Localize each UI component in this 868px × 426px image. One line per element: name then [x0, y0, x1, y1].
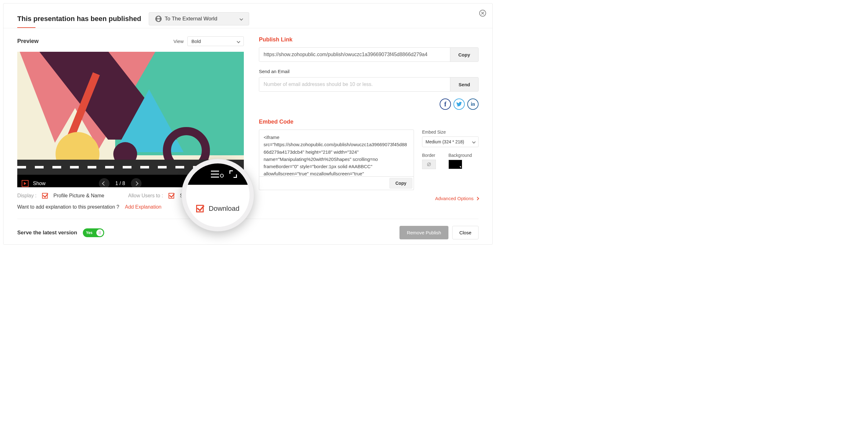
publish-modal: This presentation has been published To … [3, 3, 493, 245]
explanation-prompt: Want to add explanation to this presenta… [17, 204, 119, 210]
advanced-options-text: Advanced Options [435, 196, 473, 201]
globe-icon [155, 16, 162, 22]
serve-latest-label: Serve the latest version [17, 230, 77, 236]
copy-embed-button[interactable]: Copy [390, 178, 412, 189]
send-email-label: Send an Email [259, 69, 478, 74]
divider [3, 28, 492, 28]
chevron-right-icon [475, 197, 479, 200]
remove-publish-button[interactable]: Remove Publish [400, 226, 448, 239]
close-button[interactable]: Close [452, 226, 478, 239]
display-label: Display : [17, 193, 36, 199]
share-checkbox[interactable] [168, 193, 174, 199]
visibility-dropdown[interactable]: To The External World [149, 12, 249, 25]
allow-users-label: Allow Users to : [128, 193, 163, 199]
toggle-text: Yes [86, 231, 93, 235]
embed-size-value: Medium (324 * 218) [426, 139, 464, 144]
modal-header: This presentation has been published To … [17, 12, 478, 25]
publish-link-input[interactable] [259, 48, 450, 62]
view-label: View [174, 39, 184, 44]
magnifier-toolbar [186, 163, 249, 185]
social-share-row: f in [259, 98, 478, 110]
embed-code-heading: Embed Code [259, 119, 478, 125]
display-checkbox[interactable] [42, 193, 48, 199]
facebook-share-button[interactable]: f [440, 98, 451, 110]
modal-title: This presentation has been published [17, 15, 141, 23]
view-style-value: Bold [191, 39, 201, 44]
publish-link-heading: Publish Link [259, 36, 478, 43]
modal-footer: Serve the latest version Yes Remove Publ… [17, 226, 478, 239]
copy-link-button[interactable]: Copy [450, 48, 478, 62]
embed-size-label: Embed Size [422, 130, 478, 135]
linkedin-share-button[interactable]: in [467, 98, 478, 110]
fullscreen-icon[interactable] [229, 170, 237, 178]
publish-link-row: Copy [259, 47, 478, 62]
magnifier-download-option[interactable]: Download [186, 185, 249, 227]
close-icon[interactable] [479, 10, 486, 17]
background-color-picker[interactable] [448, 160, 462, 169]
serve-latest-toggle[interactable]: Yes [83, 228, 104, 237]
twitter-share-button[interactable] [454, 98, 465, 110]
preview-heading: Preview [17, 38, 39, 44]
display-option-text: Profile Picture & Name [53, 193, 104, 199]
publish-column: Publish Link Copy Send an Email Send f i… [259, 36, 478, 210]
embed-code-textarea[interactable]: <iframe src="https://show.zohopublic.com… [259, 130, 414, 176]
email-row: Send [259, 77, 478, 92]
add-explanation-link[interactable]: Add Explanation [125, 204, 162, 210]
background-label: Background [448, 153, 472, 158]
email-input[interactable] [259, 77, 450, 91]
border-option[interactable] [422, 160, 436, 169]
chevron-down-icon [240, 17, 243, 21]
presenter-notes-icon[interactable] [211, 171, 224, 177]
magnifier-overlay: Download [182, 159, 254, 231]
download-checkbox-icon [196, 205, 204, 212]
send-email-button[interactable]: Send [450, 77, 478, 91]
chevron-down-icon [472, 140, 475, 143]
download-label: Download [209, 204, 240, 213]
visibility-value: To The External World [165, 16, 217, 22]
embed-row: <iframe src="https://show.zohopublic.com… [259, 130, 478, 190]
next-slide-button[interactable] [131, 178, 142, 187]
play-icon[interactable] [22, 180, 29, 187]
prev-slide-button[interactable] [99, 178, 110, 187]
chevron-down-icon [237, 39, 240, 43]
embed-size-select[interactable]: Medium (324 * 218) [422, 136, 478, 147]
slide-counter: 1 / 8 [115, 181, 125, 186]
toggle-knob [96, 229, 103, 236]
advanced-options-link[interactable]: Advanced Options [259, 196, 478, 201]
border-label: Border [422, 153, 436, 158]
slide-thumbnail [17, 52, 244, 175]
divider [17, 219, 478, 219]
view-style-select[interactable]: Bold [187, 36, 244, 46]
